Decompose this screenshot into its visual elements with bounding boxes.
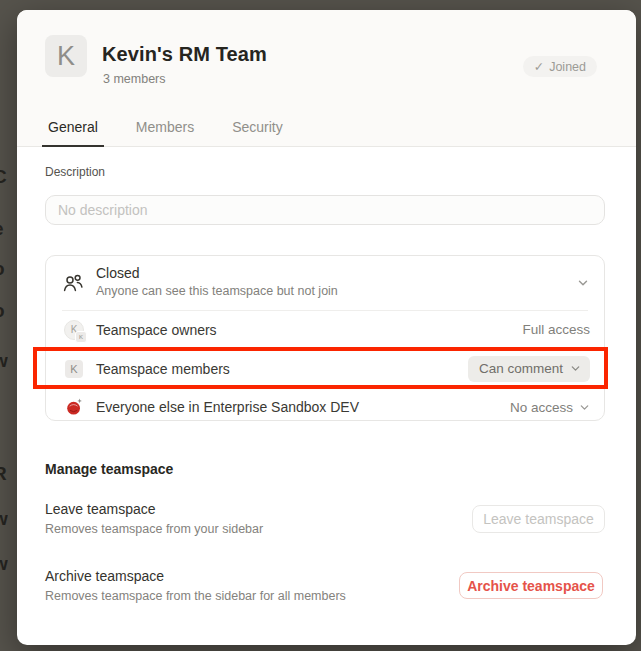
background-text-fragment: e bbox=[0, 218, 4, 240]
access-level-row[interactable]: Closed Anyone can see this teamspace but… bbox=[46, 256, 604, 310]
teamspace-settings-dialog: K Kevin's RM Team 3 members ✓ Joined Gen… bbox=[17, 10, 636, 645]
tab-bar: General Members Security bbox=[42, 119, 289, 147]
leave-teamspace-row: Leave teamspace Removes teamspace from y… bbox=[45, 501, 605, 545]
leave-teamspace-button[interactable]: Leave teamspace bbox=[472, 505, 605, 533]
members-access-dropdown[interactable]: Can comment bbox=[468, 356, 590, 382]
teamspace-avatar: K bbox=[45, 35, 87, 77]
background-text-fragment: o bbox=[0, 258, 5, 280]
dialog-header: K Kevin's RM Team 3 members ✓ Joined Gen… bbox=[17, 10, 636, 147]
joined-badge-label: Joined bbox=[549, 60, 586, 74]
background-text-fragment: C bbox=[0, 166, 7, 188]
people-icon bbox=[61, 271, 85, 295]
everyone-access-dropdown[interactable]: No access bbox=[510, 400, 590, 415]
description-input[interactable] bbox=[45, 195, 605, 225]
chevron-down-icon bbox=[570, 363, 581, 374]
background-text-fragment: w bbox=[0, 553, 8, 575]
teamspace-member-count: 3 members bbox=[103, 72, 166, 86]
permissions-card: Closed Anyone can see this teamspace but… bbox=[45, 255, 605, 421]
manage-teamspace-heading: Manage teamspace bbox=[45, 461, 173, 477]
workspace-logo-icon bbox=[64, 397, 84, 417]
permission-row-owners[interactable]: K K Teamspace owners Full access bbox=[46, 311, 604, 348]
archive-teamspace-row: Archive teamspace Removes teamspace from… bbox=[45, 568, 605, 612]
background-text-fragment: w bbox=[0, 508, 8, 530]
permission-row-everyone-else[interactable]: Everyone else in Enterprise Sandbox DEV … bbox=[46, 389, 604, 425]
teamspace-title: Kevin's RM Team bbox=[102, 43, 267, 66]
background-text-fragment: o bbox=[0, 300, 5, 322]
members-access-value: Can comment bbox=[479, 361, 563, 376]
dimmed-background: CeoowtRww bbox=[0, 0, 17, 651]
permission-row-members[interactable]: K Teamspace members Can comment bbox=[46, 348, 604, 389]
members-avatar: K bbox=[64, 359, 84, 379]
background-text-fragment: w bbox=[0, 350, 8, 372]
tab-security[interactable]: Security bbox=[226, 119, 289, 147]
joined-badge[interactable]: ✓ Joined bbox=[523, 56, 597, 77]
permission-row-label: Teamspace members bbox=[96, 361, 468, 377]
chevron-down-icon bbox=[579, 402, 590, 413]
star-icon bbox=[77, 398, 82, 403]
archive-teamspace-button[interactable]: Archive teamspace bbox=[459, 572, 603, 599]
permission-row-label: Everyone else in Enterprise Sandbox DEV bbox=[96, 399, 510, 415]
everyone-access-value: No access bbox=[510, 400, 573, 415]
access-level-title: Closed bbox=[96, 265, 140, 281]
chevron-down-icon bbox=[577, 277, 589, 289]
owners-access-level: Full access bbox=[522, 322, 590, 337]
tab-general[interactable]: General bbox=[42, 119, 104, 147]
owners-avatar-badge: K bbox=[75, 331, 87, 343]
background-text-fragment: R bbox=[0, 463, 7, 485]
owners-avatar: K K bbox=[64, 320, 84, 340]
access-level-subtitle: Anyone can see this teamspace but not jo… bbox=[96, 284, 338, 298]
description-label: Description bbox=[45, 165, 105, 179]
check-icon: ✓ bbox=[534, 59, 544, 74]
permission-row-label: Teamspace owners bbox=[96, 322, 522, 338]
tab-members[interactable]: Members bbox=[130, 119, 200, 147]
